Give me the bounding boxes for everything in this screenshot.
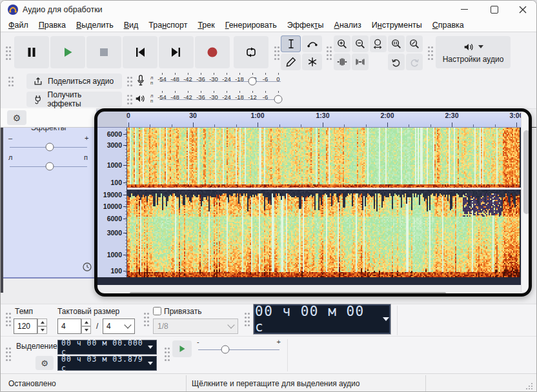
get-effects-button[interactable]: Получить эффекты (26, 92, 122, 107)
setup-grip[interactable] (428, 46, 430, 48)
record-scale-slider-track[interactable] (159, 81, 281, 82)
edit-grip[interactable] (327, 46, 329, 48)
vertical-scrollbar[interactable] (521, 110, 531, 292)
play-speed-grip[interactable] (165, 348, 167, 349)
zoom-out-button[interactable] (352, 35, 369, 52)
play-button[interactable] (50, 36, 85, 68)
share-grip[interactable] (8, 77, 10, 79)
menu-generate[interactable]: Генерировать (220, 19, 282, 32)
track2-spectrogram[interactable] (127, 190, 521, 277)
skip-to-end-button[interactable] (159, 36, 194, 68)
selection-toolbar-row: Выделение ⚙ 00 ч 00 м 00.000 с 00 ч 03 м… (1, 336, 537, 373)
tempo-grip[interactable] (6, 313, 8, 315)
play-speed-slider[interactable]: - + (197, 338, 281, 361)
timeline-ruler[interactable]: 0301:001:302:002:303:00 (96, 110, 521, 128)
title-bar[interactable]: Аудио для обработки (1, 1, 536, 19)
play-speed-thumb[interactable] (221, 346, 229, 354)
timeline-major-tick (452, 122, 452, 127)
selection-tool-button[interactable] (281, 35, 301, 52)
play-meter-grip[interactable] (127, 95, 129, 97)
play-scale-slider-thumb[interactable] (274, 95, 283, 104)
envelope-tool-button[interactable] (302, 35, 322, 52)
freq-major-tick (123, 206, 127, 207)
tools-grip[interactable] (274, 46, 276, 48)
menu-effects[interactable]: Эффекты (282, 19, 329, 32)
menu-help[interactable]: Справка (427, 19, 469, 32)
multi-tool-button[interactable] (302, 54, 322, 70)
trim-audio-button[interactable] (334, 54, 350, 70)
track-effects-button[interactable]: Эффекты (6, 128, 91, 135)
selection-end-field[interactable]: 00 ч 03 м 03.879 с (57, 356, 157, 371)
menu-view[interactable]: Вид (119, 19, 144, 32)
horizontal-scrollbar-thumb[interactable] (130, 292, 446, 295)
undo-button[interactable] (388, 54, 405, 70)
snap-grip[interactable] (144, 313, 146, 315)
play-at-speed-button[interactable] (172, 340, 192, 357)
play-scale-tick (278, 91, 279, 93)
playback-button[interactable] (134, 93, 146, 107)
playback-speaker-icon (134, 93, 146, 104)
time-signature-upper-input[interactable] (57, 318, 81, 334)
selection-start-field[interactable]: 00 ч 00 м 00.000 с (57, 340, 157, 355)
draw-tool-button[interactable] (281, 54, 301, 70)
share-audio-button[interactable]: Поделиться аудио (26, 74, 122, 89)
play-scale-slider-track[interactable] (159, 99, 281, 100)
zoom-selection-icon (372, 38, 384, 50)
freq-major-tick (123, 219, 127, 219)
resize-grip[interactable] (526, 388, 527, 389)
freq-label: 1000 (107, 161, 122, 169)
time-signature-lower-select[interactable]: 4 (103, 318, 135, 334)
vertical-scrollbar-thumb[interactable] (523, 130, 530, 214)
record-meter-grip[interactable] (127, 77, 129, 79)
redo-button[interactable] (406, 54, 423, 70)
timeline-minor-tick (236, 124, 237, 127)
microphone-button[interactable] (135, 74, 147, 90)
clock-icon[interactable] (82, 262, 92, 272)
zoom-fit-button[interactable] (388, 35, 405, 52)
status-state: Остановлено (8, 379, 56, 388)
frequency-ruler: 600030001000100 190001000060003000100010… (96, 128, 127, 277)
play-speed-track[interactable] (198, 349, 279, 350)
play-meter-scale[interactable]: -54-48-42-36-30-24-18-12-60 (159, 90, 281, 108)
menu-tracks[interactable]: Трек (192, 19, 219, 32)
minimize-button[interactable] (451, 1, 477, 18)
pan-slider-thumb[interactable] (46, 162, 54, 171)
snap-checkbox[interactable] (153, 307, 161, 315)
menu-tools[interactable]: Инструменты (367, 19, 427, 32)
skip-to-start-button[interactable] (123, 36, 157, 68)
record-button[interactable] (195, 36, 230, 68)
timeline-options-button[interactable]: ⚙ (7, 110, 26, 125)
freq-minor-tick (125, 201, 127, 202)
time-signature-spinner[interactable] (81, 318, 91, 334)
pause-button[interactable] (14, 36, 49, 68)
menu-analyze[interactable]: Анализ (329, 19, 367, 32)
menu-edit[interactable]: Правка (34, 19, 71, 32)
menu-select[interactable]: Выделить (71, 19, 119, 32)
zoom-toggle-button[interactable] (406, 35, 423, 52)
tempo-spinner[interactable] (37, 318, 47, 334)
tempo-input[interactable] (14, 318, 37, 334)
record-meter-scale[interactable]: -54-48-42-36-30-24-18-12-60 (159, 72, 281, 90)
zoom-in-button[interactable] (334, 35, 350, 52)
menu-transport[interactable]: Транспорт (143, 19, 192, 32)
gain-slider-thumb[interactable] (46, 143, 54, 152)
selection-grip[interactable] (6, 348, 8, 349)
stop-button[interactable] (86, 36, 121, 68)
freq-minor-tick (125, 211, 127, 211)
play-right-label: п (150, 99, 153, 104)
record-scale-slider-thumb[interactable] (248, 77, 257, 86)
snap-select[interactable]: 1/8 (153, 318, 238, 334)
selection-options-button[interactable]: ⚙ (35, 356, 54, 370)
zoom-selection-button[interactable] (370, 35, 387, 52)
loop-button[interactable] (234, 36, 268, 68)
time-display[interactable]: 00 ч 00 м 00 с (254, 304, 390, 334)
audio-setup-button[interactable]: Настройки аудио (436, 36, 511, 68)
track1-spectrogram[interactable] (127, 128, 521, 188)
silence-audio-button[interactable] (352, 54, 369, 70)
track-control-panel[interactable]: Эффекты – + л п (1, 128, 96, 279)
menu-file[interactable]: Файл (3, 19, 34, 32)
maximize-button[interactable] (481, 1, 507, 18)
close-button[interactable] (510, 1, 536, 18)
transport-grip[interactable] (6, 46, 8, 48)
time-grip[interactable] (245, 313, 247, 315)
